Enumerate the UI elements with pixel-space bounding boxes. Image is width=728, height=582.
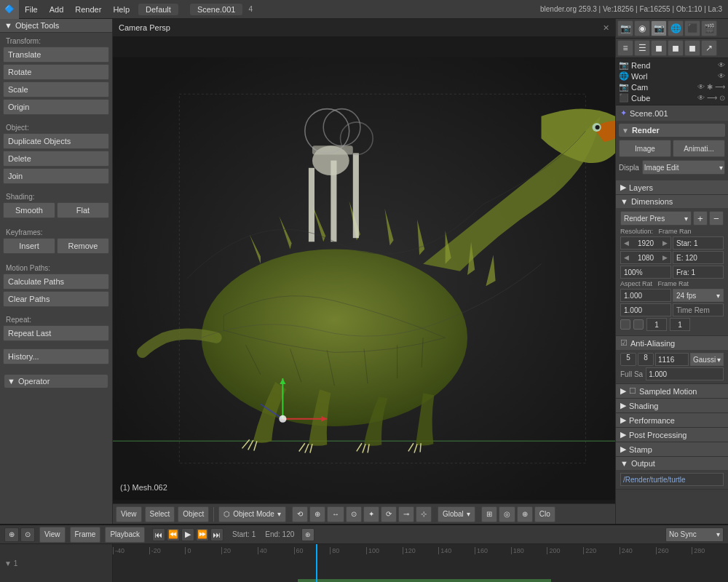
viewport-corner-btn[interactable]: ✕ [603, 23, 609, 33]
insert-keyframe-button[interactable]: Insert [3, 238, 55, 254]
rotate-button[interactable]: Rotate [3, 64, 109, 80]
display-select[interactable]: Image Edit ▾ [642, 160, 725, 175]
view-button[interactable]: View [116, 506, 142, 522]
tool-btn-7[interactable]: ⊸ [398, 506, 414, 522]
worl-eye[interactable]: 👁 [718, 72, 725, 80]
play-button[interactable]: ▶ [181, 528, 194, 541]
cube-eye[interactable]: 👁 [697, 94, 705, 102]
close-btn[interactable]: Clo [534, 506, 555, 522]
performance-header[interactable]: ▶ Performance [616, 413, 728, 427]
delete-button[interactable]: Delete [3, 151, 109, 167]
cam-icon-btn[interactable]: 📷 [617, 20, 633, 36]
timeline-icon1[interactable]: ⊕ [4, 527, 19, 542]
scene-icon-btn[interactable]: 🎬 [701, 20, 717, 36]
origin-button[interactable]: Origin [3, 99, 109, 115]
timeline-icon2[interactable]: ⊙ [20, 527, 35, 542]
tool-btn-2[interactable]: ⊕ [309, 506, 325, 522]
aa-header[interactable]: ☑ Anti-Aliasing [616, 336, 728, 350]
stamp-header[interactable]: ▶ Stamp [616, 442, 728, 456]
object-button[interactable]: Object [178, 506, 209, 522]
fps-selector[interactable]: 24 fps ▾ [673, 289, 724, 302]
output-header[interactable]: ▼ Output [616, 457, 728, 470]
aspect-y-input[interactable]: 1.000 [620, 303, 671, 316]
flat-button[interactable]: Flat [57, 202, 109, 218]
timeline-frame-btn[interactable]: Frame [70, 527, 101, 543]
post-processing-header[interactable]: ▶ Post Processing [616, 428, 728, 442]
rend-eye[interactable]: 👁 [718, 61, 725, 69]
snap-btn[interactable]: ⊞ [481, 506, 497, 522]
mode-selector[interactable]: ⬡ Object Mode ▾ [218, 506, 286, 522]
aa-val2[interactable]: 8 [638, 353, 654, 366]
history-button[interactable]: History... [3, 348, 109, 364]
smooth-button[interactable]: Smooth [3, 202, 55, 218]
cam-eye[interactable]: 👁 [697, 83, 705, 91]
res-y-input[interactable]: ◀ 1080 ▶ [620, 251, 671, 264]
vis-btn[interactable]: ⊕ [517, 506, 533, 522]
clear-paths-button[interactable]: Clear Paths [3, 291, 109, 307]
tool-btn-5[interactable]: ✦ [363, 506, 379, 522]
outliner-item-rend[interactable]: 📷 Rend 👁 [616, 60, 728, 71]
play-jump-end[interactable]: ⏭ [210, 528, 223, 541]
layers-header[interactable]: ▶ Layers [616, 180, 728, 194]
sampled-motion-header[interactable]: ▶ ☐ Sampled Motion [616, 384, 728, 398]
percent-input[interactable]: 100% [620, 266, 671, 279]
select-button[interactable]: Select [145, 506, 175, 522]
play-next-frame[interactable]: ⏩ [196, 528, 209, 541]
view-icon5[interactable]: ◼ [684, 40, 700, 56]
full-sample-input[interactable]: 1.000 [646, 367, 724, 380]
timeline-view-btn[interactable]: View [39, 527, 66, 543]
remove-preset-button[interactable]: − [709, 211, 724, 226]
render-panel-header[interactable]: ▼ Render [619, 124, 725, 137]
scale-button[interactable]: Scale [3, 81, 109, 97]
check1[interactable] [620, 319, 630, 330]
duplicate-objects-button[interactable]: Duplicate Objects [3, 133, 109, 149]
tool-btn-6[interactable]: ⟳ [381, 506, 397, 522]
view-icon4[interactable]: ◼ [668, 40, 684, 56]
remove-keyframe-button[interactable]: Remove [57, 238, 109, 254]
translate-button[interactable]: Translate [3, 47, 109, 63]
aa-filter-selector[interactable]: Gaussi ▾ [690, 353, 724, 366]
timeline-marker-btn[interactable]: ⊛ [301, 528, 314, 541]
global-selector[interactable]: Global ▾ [438, 506, 475, 522]
menu-render[interactable]: Render [69, 0, 107, 18]
check3-value[interactable]: 1 [646, 318, 667, 331]
outliner-item-cube[interactable]: ⬛ Cube 👁 ⟶ ⊙ [616, 92, 728, 103]
view-icon2[interactable]: ☰ [634, 40, 650, 56]
animation-render-button[interactable]: Animati... [673, 140, 725, 157]
view-icon6[interactable]: ↗ [701, 40, 717, 56]
tool-btn-3[interactable]: ↔ [327, 506, 344, 522]
render-preset-selector[interactable]: Render Pres ▾ [620, 211, 692, 226]
menu-file[interactable]: File [19, 0, 44, 18]
no-sync-selector[interactable]: No Sync ▾ [665, 527, 724, 542]
play-prev-frame[interactable]: ⏪ [167, 528, 180, 541]
menu-add[interactable]: Add [44, 0, 70, 18]
check2[interactable] [633, 319, 644, 330]
res-x-input[interactable]: ◀ 1920 ▶ [620, 236, 671, 250]
timeline-playback-btn[interactable]: Playback [105, 527, 145, 543]
operator-header[interactable]: ▼ Operator [4, 375, 108, 388]
proportional-btn[interactable]: ◎ [499, 506, 515, 522]
outliner-item-worl[interactable]: 🌐 Worl 👁 [616, 71, 728, 81]
sphere-icon-btn[interactable]: ◉ [634, 20, 650, 36]
repeat-last-button[interactable]: Repeat Last [3, 325, 109, 341]
shading-panel-header[interactable]: ▶ Shading [616, 399, 728, 412]
tool-btn-1[interactable]: ⟲ [292, 506, 308, 522]
outliner-item-cam[interactable]: 📷 Cam 👁 ✱ ⟶ [616, 81, 728, 92]
image-render-button[interactable]: Image [619, 140, 671, 157]
calculate-paths-button[interactable]: Calculate Paths [3, 274, 109, 290]
check4-value[interactable]: 1 [670, 318, 690, 331]
menu-help[interactable]: Help [107, 0, 135, 18]
aa-checkbox[interactable]: ☑ [620, 338, 628, 348]
view-icon1[interactable]: ≡ [617, 40, 633, 56]
aa-val3[interactable]: 1116 [655, 353, 689, 366]
add-preset-button[interactable]: + [693, 211, 708, 226]
viewport-canvas[interactable]: (1) Mesh.062 [113, 36, 615, 521]
dimensions-header[interactable]: ▼ Dimensions [616, 195, 728, 208]
tool-btn-4[interactable]: ⊙ [346, 506, 362, 522]
aa-val1[interactable]: 5 [620, 353, 636, 366]
view-icon3[interactable]: ◼ [651, 40, 667, 56]
obj-icon-btn[interactable]: ⬛ [684, 20, 700, 36]
sampled-motion-checkbox[interactable]: ☐ [629, 386, 636, 396]
join-button[interactable]: Join [3, 168, 109, 184]
world-icon-btn[interactable]: 🌐 [668, 20, 684, 36]
